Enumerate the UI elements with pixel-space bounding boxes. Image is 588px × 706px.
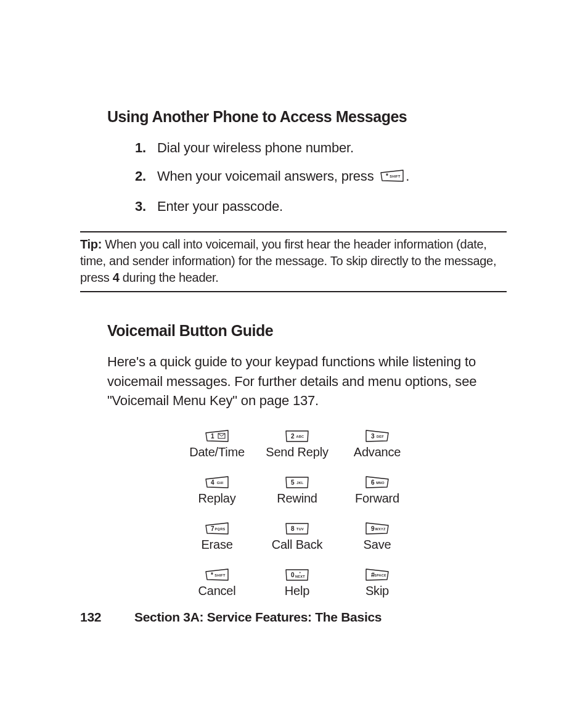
phone-key-4-icon: 4GHI <box>177 475 257 489</box>
keypad-cell: 6MNO Forward <box>337 475 417 506</box>
svg-text:+: + <box>299 570 301 574</box>
keypad-label: Help <box>257 584 337 598</box>
keypad-grid: 1 Date/Time 2ABC Send Reply 3DEF Advance… <box>92 429 502 598</box>
keypad-cell: 3DEF Advance <box>337 429 417 459</box>
keypad-label: Save <box>337 538 417 552</box>
keypad-label: Advance <box>337 445 417 459</box>
tip-text-b: during the header. <box>120 271 219 284</box>
step-item: 3.Enter your passcode. <box>126 197 502 216</box>
svg-text:4: 4 <box>211 479 214 486</box>
keypad-label: Cancel <box>177 584 257 598</box>
svg-text:7: 7 <box>211 525 214 532</box>
svg-text:SHIFT: SHIFT <box>390 174 401 178</box>
svg-text:*: * <box>211 572 213 578</box>
svg-text:9: 9 <box>371 525 375 532</box>
keypad-cell: 9WXYZ Save <box>337 522 417 552</box>
svg-text:TUV: TUV <box>296 527 304 531</box>
section-title: Section 3A: Service Features: The Basics <box>134 610 382 624</box>
keypad-cell: 7PQRS Erase <box>177 522 257 552</box>
svg-text:0: 0 <box>291 572 295 578</box>
step-text-before: When your voicemail answers, press <box>157 168 377 184</box>
step-text: Enter your passcode. <box>157 197 502 216</box>
tip-bold-key: 4 <box>113 271 120 284</box>
keypad-label: Replay <box>177 491 257 506</box>
keypad-label: Skip <box>337 584 417 598</box>
tip-label: Tip: <box>80 237 102 251</box>
svg-text:NEXT: NEXT <box>295 575 305 578</box>
keypad-cell: 4GHI Replay <box>177 475 257 506</box>
svg-text:5: 5 <box>291 479 295 486</box>
keypad-cell: 2ABC Send Reply <box>257 429 337 459</box>
svg-text:1: 1 <box>211 433 214 440</box>
page: Using Another Phone to Access Messages 1… <box>0 0 588 706</box>
svg-text:3: 3 <box>371 433 375 440</box>
phone-key-0-icon: 0+NEXT <box>257 568 337 581</box>
star-shift-key-icon: *SHIFT <box>380 168 404 188</box>
svg-text:*: * <box>386 173 388 179</box>
heading-button-guide: Voicemail Button Guide <box>107 322 487 340</box>
step-number: 1. <box>126 138 146 158</box>
phone-key-3-icon: 3DEF <box>337 429 417 443</box>
keypad-cell: #SPACE Skip <box>337 568 417 598</box>
step-item: 2.When your voicemail answers, press *SH… <box>126 166 502 188</box>
keypad-label: Rewind <box>257 491 337 506</box>
svg-text:2: 2 <box>291 433 295 440</box>
keypad-cell: *SHIFT Cancel <box>177 568 257 598</box>
keypad-label: Send Reply <box>257 445 337 459</box>
svg-text:JKL: JKL <box>296 481 304 485</box>
step-item: 1.Dial your wireless phone number. <box>126 138 502 158</box>
keypad-label: Call Back <box>257 538 337 552</box>
phone-key-star-icon: *SHIFT <box>177 568 257 581</box>
svg-text:PQRS: PQRS <box>215 527 226 531</box>
svg-text:DEF: DEF <box>377 435 384 438</box>
tip-box: Tip: When you call into voicemail, you f… <box>80 231 507 292</box>
svg-text:SPACE: SPACE <box>374 573 386 577</box>
svg-text:ABC: ABC <box>296 435 304 438</box>
phone-key-1-icon: 1 <box>177 429 257 443</box>
keypad-label: Date/Time <box>177 445 257 459</box>
svg-text:8: 8 <box>291 525 295 532</box>
svg-text:6: 6 <box>371 479 375 486</box>
phone-key-9-icon: 9WXYZ <box>337 522 417 535</box>
step-text-after: . <box>406 168 409 184</box>
page-footer: 132Section 3A: Service Features: The Bas… <box>80 610 502 625</box>
phone-key-5-icon: 5JKL <box>257 475 337 489</box>
svg-text:MNO: MNO <box>376 481 385 485</box>
keypad-cell: 5JKL Rewind <box>257 475 337 506</box>
svg-text:WXYZ: WXYZ <box>375 527 385 531</box>
phone-key-7-icon: 7PQRS <box>177 522 257 535</box>
steps-list: 1.Dial your wireless phone number.2.When… <box>126 138 502 216</box>
guide-intro-text: Here's a quick guide to your keypad func… <box>107 352 502 411</box>
page-number: 132 <box>80 610 134 625</box>
step-number: 2. <box>126 166 146 186</box>
phone-key-hash-icon: #SPACE <box>337 568 417 581</box>
phone-key-6-icon: 6MNO <box>337 475 417 489</box>
keypad-cell: 1 Date/Time <box>177 429 257 459</box>
phone-key-8-icon: 8TUV <box>257 522 337 535</box>
phone-key-2-icon: 2ABC <box>257 429 337 443</box>
keypad-label: Forward <box>337 491 417 506</box>
keypad-label: Erase <box>177 538 257 552</box>
step-number: 3. <box>126 197 146 216</box>
keypad-cell: 0+NEXT Help <box>257 568 337 598</box>
step-text: When your voicemail answers, press *SHIF… <box>157 166 502 188</box>
svg-text:GHI: GHI <box>217 481 224 485</box>
step-text: Dial your wireless phone number. <box>157 138 502 158</box>
svg-text:SHIFT: SHIFT <box>214 573 226 577</box>
keypad-cell: 8TUV Call Back <box>257 522 337 552</box>
heading-access-messages: Using Another Phone to Access Messages <box>107 108 487 126</box>
